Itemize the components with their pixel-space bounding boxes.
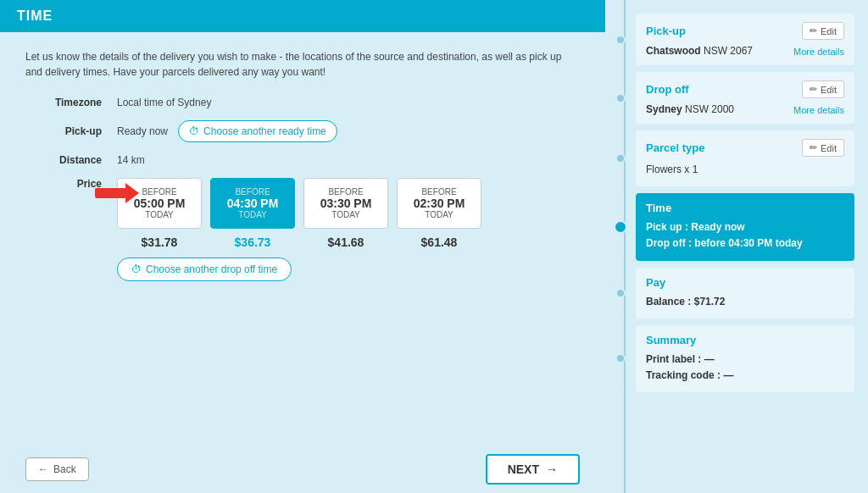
pickup-row: Pick-up Ready now ⏱ Choose another ready… <box>25 120 580 142</box>
location-dropoff: Sydney NSW 2000 More details <box>646 103 844 115</box>
day-label: TODAY <box>218 210 287 219</box>
sidebar-row-pickup: Pick-up✏ Edit Chatswood NSW 2067 More de… <box>605 12 861 67</box>
edit-button-pickup[interactable]: ✏ Edit <box>802 22 844 40</box>
pickup-value: Ready now <box>117 125 168 137</box>
timezone-label: Timezone <box>25 97 102 108</box>
edit-icon-dropoff: ✏ <box>810 84 817 95</box>
price-cards-container: BEFORE 05:00 PM TODAY $31.78 BEFORE 04:3… <box>117 178 481 249</box>
price-card-1[interactable]: BEFORE 04:30 PM TODAY <box>210 178 295 229</box>
pickup-info-value: Ready now <box>691 221 744 233</box>
dropoff-info-value: before 04:30 PM today <box>694 237 802 249</box>
more-details-pickup[interactable]: More details <box>793 47 844 57</box>
price-card-wrapper-0: BEFORE 05:00 PM TODAY $31.78 <box>117 178 202 249</box>
price-card-3[interactable]: BEFORE 02:30 PM TODAY <box>397 178 481 229</box>
section-header-parcel: Parcel type✏ Edit <box>646 139 844 157</box>
next-button[interactable]: NEXT → <box>486 454 580 485</box>
section-title-pay: Pay <box>646 276 665 289</box>
price-label: Price <box>25 178 102 190</box>
before-label: BEFORE <box>404 187 474 197</box>
section-title-summary: Summary <box>646 334 696 346</box>
pay-info: Balance : $71.72 <box>646 294 844 310</box>
sidebar-row-parcel: Parcel type✏ EditFlowers x 1 <box>605 129 861 188</box>
location-sub-dropoff: NSW 2000 <box>682 103 734 115</box>
distance-value: 14 km <box>117 154 145 166</box>
sidebar-section-time: Time Pick up : Ready now Drop off : befo… <box>636 193 854 260</box>
edit-button-parcel[interactable]: ✏ Edit <box>802 139 844 157</box>
main-panel: TIME Let us know the details of the deli… <box>0 0 605 493</box>
price-card-wrapper-2: BEFORE 03:30 PM TODAY $41.68 <box>303 178 388 249</box>
sidebar-row-time: Time Pick up : Ready now Drop off : befo… <box>605 191 861 262</box>
sidebar-row-pay: Pay Balance : $71.72 <box>605 266 861 320</box>
timeline-dot-parcel <box>605 153 636 163</box>
summary-info: Print label : — Tracking code : — <box>646 352 844 384</box>
sidebar-section-pickup: Pick-up✏ Edit Chatswood NSW 2067 More de… <box>636 14 854 65</box>
section-header-time: Time <box>646 202 844 214</box>
section-header-dropoff: Drop off✏ Edit <box>646 80 844 98</box>
sidebar-row-dropoff: Drop off✏ Edit Sydney NSW 2000 More deta… <box>605 70 861 125</box>
section-header-summary: Summary <box>646 334 844 346</box>
print-label: Print label : <box>646 353 701 365</box>
before-label: BEFORE <box>311 187 381 197</box>
section-title-time: Time <box>646 202 671 214</box>
before-label: BEFORE <box>125 187 194 197</box>
sidebar-section-summary: Summary Print label : — Tracking code : … <box>636 325 854 392</box>
pickup-label: Pick-up <box>25 125 102 137</box>
time-info: Pick up : Ready now Drop off : before 04… <box>646 219 844 252</box>
main-content: Let us know the details of the delivery … <box>0 32 605 446</box>
price-card-2[interactable]: BEFORE 03:30 PM TODAY <box>303 178 388 229</box>
tracking-label: Tracking code : <box>646 369 721 381</box>
sidebar-section-dropoff: Drop off✏ Edit Sydney NSW 2000 More deta… <box>636 72 854 124</box>
edit-icon-pickup: ✏ <box>810 25 817 36</box>
sidebar-section-pay: Pay Balance : $71.72 <box>636 268 854 319</box>
distance-row: Distance 14 km <box>25 154 580 166</box>
back-arrow-icon: ← <box>38 463 48 475</box>
edit-icon-parcel: ✏ <box>810 142 817 153</box>
section-title-dropoff: Drop off <box>646 83 689 96</box>
dot-dropoff <box>615 93 626 103</box>
description-text: Let us know the details of the delivery … <box>25 49 580 80</box>
location-main-dropoff: Sydney <box>646 103 682 115</box>
timeline-dot-time <box>605 220 636 234</box>
tracking-value: — <box>723 369 733 381</box>
timeline-dot-dropoff <box>605 93 636 103</box>
next-arrow-icon: → <box>546 463 558 476</box>
day-label: TODAY <box>404 210 474 219</box>
price-card-wrapper-1: BEFORE 04:30 PM TODAY $36.73 <box>210 178 295 249</box>
dropoff-info-label: Drop off : <box>646 237 692 249</box>
dot-pickup <box>615 35 626 45</box>
timeline-dot-pickup <box>605 35 636 45</box>
distance-label: Distance <box>25 154 102 166</box>
dot-pay <box>615 288 626 298</box>
timeline-dot-summary <box>605 353 636 363</box>
back-button[interactable]: ← Back <box>25 457 89 481</box>
price-amount-3: $61.48 <box>421 235 458 249</box>
sidebar: Pick-up✏ Edit Chatswood NSW 2067 More de… <box>605 0 868 493</box>
location-sub-pickup: NSW 2067 <box>701 45 753 57</box>
dot-parcel <box>615 153 626 163</box>
clock-icon-dropoff: ⏱ <box>131 263 142 275</box>
section-header-pickup: Pick-up✏ Edit <box>646 22 844 40</box>
balance-label: Balance : <box>646 296 691 307</box>
parcel-info: Flowers x 1 <box>646 162 844 178</box>
sidebar-row-summary: Summary Print label : — Tracking code : … <box>605 324 861 394</box>
price-amount-1: $36.73 <box>235 235 271 249</box>
choose-dropoff-button[interactable]: ⏱ Choose another drop off time <box>117 258 292 281</box>
section-title-pickup: Pick-up <box>646 25 686 37</box>
section-header-pay: Pay <box>646 276 844 289</box>
nav-row: ← Back NEXT → <box>0 446 605 493</box>
timezone-row: Timezone Local time of Sydney <box>25 97 580 108</box>
section-title-parcel: Parcel type <box>646 141 704 154</box>
dot-time <box>614 220 627 234</box>
dot-summary <box>615 353 626 363</box>
more-details-dropoff[interactable]: More details <box>793 105 844 115</box>
time-label: 02:30 PM <box>404 197 474 210</box>
price-row: Price BEFORE 05:00 PM TODAY $31.78 BEFOR… <box>25 178 580 249</box>
time-label: 03:30 PM <box>311 197 381 210</box>
edit-button-dropoff[interactable]: ✏ Edit <box>802 80 844 98</box>
timezone-value: Local time of Sydney <box>117 97 211 108</box>
choose-ready-time-button[interactable]: ⏱ Choose another ready time <box>178 120 337 142</box>
arrow-body <box>95 188 125 198</box>
balance-value: $71.72 <box>694 296 726 307</box>
price-card-wrapper-3: BEFORE 02:30 PM TODAY $61.48 <box>397 178 481 249</box>
page-title: TIME <box>0 0 605 32</box>
